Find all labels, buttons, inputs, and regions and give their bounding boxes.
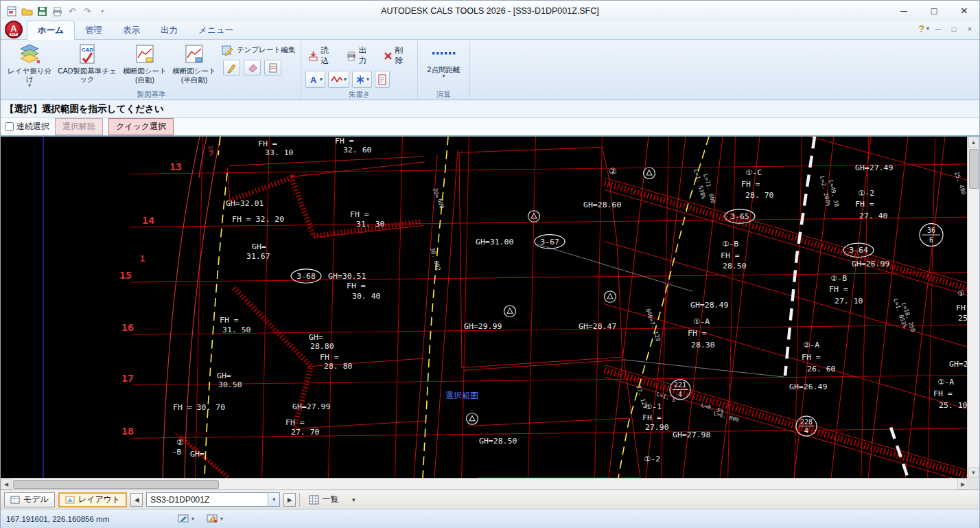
doc-close-button[interactable]: × — [963, 25, 977, 33]
save-icon[interactable] — [35, 4, 49, 18]
drawing-label: FH = — [741, 181, 760, 190]
print-icon[interactable] — [50, 4, 64, 18]
drawing-label: ①-B — [722, 240, 738, 249]
sheet-edit-button[interactable] — [264, 60, 281, 76]
drawing-label: FH = — [258, 139, 277, 148]
note-page-button[interactable] — [375, 71, 390, 88]
symbol-markup-button[interactable]: ▾ — [352, 71, 372, 88]
eraser-button[interactable] — [244, 60, 261, 76]
layer-sort-button[interactable]: レイヤ振り分け ▾ — [5, 42, 54, 89]
tab-home[interactable]: ホーム — [27, 21, 75, 40]
sheet-select-combo[interactable]: SS3-D1DP001Z ▾ — [146, 492, 280, 507]
drawing-label: ①-2 — [858, 189, 874, 198]
qat-dropdown-icon[interactable]: ▾ — [95, 4, 109, 18]
redo-icon[interactable]: ↷ — [80, 4, 94, 18]
cad-drawing-viewport[interactable]: FH =33. 10FH =32. 60GH=32.01FH = 32. 20F… — [1, 137, 968, 478]
horizontal-scroll-thumb[interactable] — [13, 480, 219, 489]
quick-select-button[interactable]: クイック選択 — [108, 118, 174, 135]
model-tab[interactable]: モデル — [4, 492, 55, 507]
markup-read-button[interactable]: 読込 — [304, 43, 340, 68]
help-dropdown-icon[interactable]: ▾ — [926, 26, 929, 32]
drawing-label: 25. 10 — [939, 402, 968, 411]
drawing-label: FH = — [642, 413, 662, 422]
snap-settings-button[interactable]: ▾ — [178, 514, 194, 525]
scroll-down-arrow[interactable]: ▼ — [968, 467, 979, 478]
sheet-next-button[interactable]: ▶ — [283, 493, 296, 507]
markup-delete-button[interactable]: 削除 — [380, 43, 415, 68]
list-dropdown-icon[interactable]: ▾ — [347, 493, 360, 507]
horizontal-scrollbar[interactable]: ◀ ▶ — [1, 478, 968, 490]
chevron-down-icon: ▾ — [442, 73, 445, 79]
chevron-down-icon: ▾ — [344, 77, 347, 82]
drawing-label: FH = — [855, 200, 874, 209]
drawing-label: 31.67 — [246, 252, 270, 261]
cross-section-semiauto-button[interactable]: 横断図シート (半自動) — [170, 42, 219, 84]
undo-icon[interactable]: ↶ — [65, 4, 79, 18]
drawing-label: 32. 60 — [343, 146, 372, 154]
sheet-list-button[interactable]: 一覧 — [303, 492, 344, 507]
help-icon[interactable]: ? — [918, 23, 924, 34]
chevron-down-icon: ▾ — [191, 516, 194, 522]
cad-check-icon: CAD — [75, 44, 99, 66]
zigzag-line-icon — [331, 74, 343, 85]
group-red-markup: 読込 出力 削除 A ▾ — [301, 41, 418, 100]
close-button[interactable]: × — [949, 1, 979, 21]
text-stamp-button[interactable]: A ▾ — [305, 71, 325, 88]
drawing-label: GH=31.00 — [476, 238, 514, 246]
drawing-label: 14 — [142, 214, 154, 226]
cross-section-auto-button[interactable]: 横断図シート (自動) — [120, 42, 170, 84]
minimize-button[interactable]: ─ — [889, 1, 919, 21]
cad-standard-check-button[interactable]: CAD CAD製図基準チェック — [54, 42, 120, 84]
drawing-label: FH = — [220, 316, 239, 325]
two-point-distance-button[interactable]: 2点間距離 ▾ — [421, 42, 467, 80]
ribbon-empty-space — [470, 41, 979, 100]
line-markup-button[interactable]: ▾ — [328, 71, 349, 88]
button-label: 横断図シート — [172, 67, 216, 75]
chevron-down-icon: ▾ — [366, 77, 369, 82]
maximize-button[interactable]: □ — [919, 1, 949, 21]
drawing-label: 28. 70 — [745, 191, 774, 200]
group-drafting-standard: レイヤ振り分け ▾ CAD CAD製図基準チェック 横断図シート (自動) — [2, 41, 301, 100]
sheet-prev-button[interactable]: ◀ — [130, 493, 143, 507]
scroll-up-arrow[interactable]: ▲ — [968, 137, 979, 148]
deselect-button[interactable]: 選択解除 — [55, 118, 103, 135]
scroll-left-arrow[interactable]: ◀ — [1, 479, 12, 490]
layout-icon — [65, 495, 75, 505]
drawing-label: GH=28.47 — [579, 323, 616, 332]
parcel-bubble-label: 3-64 — [849, 246, 868, 255]
cross-section-auto-icon — [133, 44, 156, 66]
fraction-bottom: 4 — [804, 427, 808, 435]
combo-dropdown-icon[interactable]: ▾ — [268, 493, 279, 506]
template-edit-button[interactable]: テンプレート編集 — [222, 44, 295, 56]
vertical-scrollbar[interactable]: ▲ ▼ — [967, 137, 979, 478]
drawing-label: 16 — [121, 322, 134, 334]
markup-pen-button[interactable] — [223, 60, 240, 76]
layout-tab[interactable]: レイアウト — [58, 492, 127, 507]
template-edit-label: テンプレート編集 — [237, 45, 295, 55]
doc-restore-button[interactable]: □ — [947, 25, 961, 33]
drawing-label: 27. 40 — [859, 211, 888, 220]
svg-text:A: A — [310, 75, 317, 85]
drawing-label: 30. 40 — [352, 292, 381, 301]
group-label: 製図基準 — [2, 90, 301, 100]
open-folder-icon[interactable] — [20, 4, 34, 18]
drawing-label: ② — [176, 437, 184, 447]
doc-minimize-button[interactable]: ─ — [931, 25, 945, 33]
tab-view[interactable]: 表示 — [113, 21, 150, 39]
markup-output-button[interactable]: 出力 — [342, 43, 378, 68]
tab-output[interactable]: 出力 — [150, 21, 188, 39]
continuous-select-option: 連続選択 — [5, 121, 49, 133]
tab-manage[interactable]: 管理 — [75, 21, 113, 39]
tab-menu[interactable]: メニュー — [188, 21, 244, 39]
vertical-scroll-thumb[interactable] — [969, 149, 979, 189]
drawing-label: 31. 30 — [356, 220, 385, 229]
layout-tab-label: レイアウト — [78, 494, 120, 505]
new-file-icon[interactable] — [5, 4, 19, 18]
drawing-label: GH=32.01 — [226, 199, 264, 208]
continuous-select-checkbox[interactable] — [5, 122, 14, 131]
fraction-bottom: 6 — [929, 236, 933, 244]
parcel-bubble-label: 3-65 — [730, 212, 749, 221]
pen-settings-button[interactable]: ▾ — [207, 514, 223, 525]
application-menu-button[interactable]: AKOP — [5, 21, 23, 38]
layer-sort-icon — [18, 44, 41, 66]
